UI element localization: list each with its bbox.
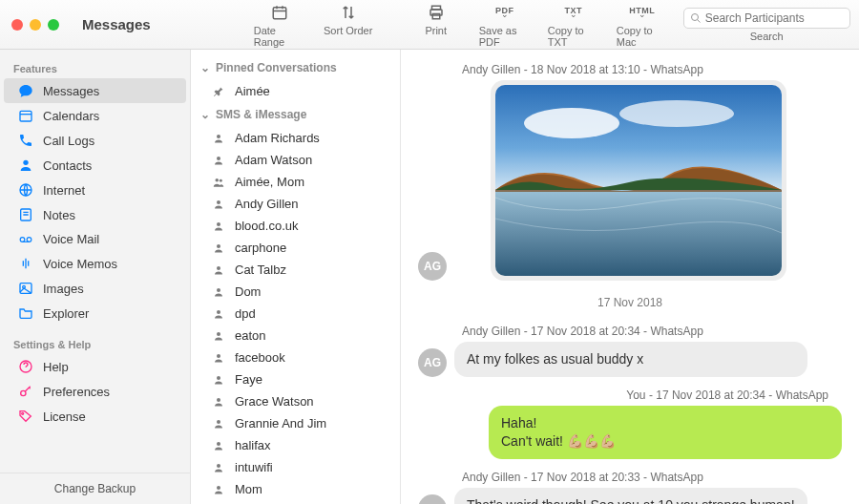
conversation-item[interactable]: Mom xyxy=(191,478,400,500)
image-attachment[interactable] xyxy=(491,80,786,281)
svg-point-29 xyxy=(217,398,220,402)
sidebar-item-calendars[interactable]: Calendars xyxy=(4,103,186,128)
conversation-item[interactable]: Andy Gillen xyxy=(191,193,400,215)
section-pinned[interactable]: ⌄ Pinned Conversations xyxy=(191,55,400,80)
sidebar-item-contacts[interactable]: Contacts xyxy=(4,153,186,178)
sidebar-item-label: Explorer xyxy=(43,306,89,321)
svg-point-28 xyxy=(217,376,220,380)
sidebar-item-help[interactable]: Help xyxy=(4,354,186,379)
svg-point-4 xyxy=(691,13,698,20)
sidebar-item-label: Preferences xyxy=(43,385,110,399)
sidebar-item-messages[interactable]: Messages xyxy=(4,78,186,103)
print-button[interactable]: Print xyxy=(410,2,462,48)
conversation-item[interactable]: dpd xyxy=(191,303,400,325)
printer-icon xyxy=(428,2,445,23)
close-window-button[interactable] xyxy=(11,19,23,31)
save-pdf-label: Save as PDF xyxy=(479,25,531,48)
minimize-window-button[interactable] xyxy=(30,19,41,31)
message-bubble[interactable]: Haha! Can't wait! 💪🏼💪🏼💪🏼 xyxy=(489,406,842,459)
sidebar-item-voice-memos[interactable]: Voice Memos xyxy=(4,251,186,276)
sidebar-item-preferences[interactable]: Preferences xyxy=(4,379,186,404)
sidebar-item-license[interactable]: License xyxy=(4,404,186,429)
image-icon xyxy=(17,281,33,296)
sidebar-item-call-logs[interactable]: Call Logs xyxy=(4,128,186,153)
date-range-button[interactable]: Date Range xyxy=(254,2,305,48)
conversation-item[interactable]: Grace Watson xyxy=(191,390,400,412)
search-input[interactable] xyxy=(705,11,849,25)
svg-rect-37 xyxy=(495,190,782,276)
chevron-down-icon: ⌄ xyxy=(200,108,210,121)
svg-point-22 xyxy=(217,244,220,248)
save-pdf-button[interactable]: PDF ⌄ Save as PDF xyxy=(479,2,531,48)
conversation-item[interactable]: Grannie And Jim xyxy=(191,412,400,434)
person-icon xyxy=(212,199,225,210)
person-icon xyxy=(212,396,225,408)
conversation-item[interactable]: Dom xyxy=(191,281,400,303)
fullscreen-window-button[interactable] xyxy=(48,19,59,31)
search-wrap: Search xyxy=(683,8,850,42)
chat-pane: Andy Gillen - 18 Nov 2018 at 13:10 - Wha… xyxy=(401,50,859,504)
avatar: AG xyxy=(418,494,447,504)
svg-point-31 xyxy=(217,442,220,446)
conversation-label: intuwifi xyxy=(235,460,273,474)
section-sms[interactable]: ⌄ SMS & iMessage xyxy=(191,102,400,127)
sort-order-button[interactable]: Sort Order xyxy=(323,2,374,48)
search-label: Search xyxy=(750,31,784,42)
sidebar-item-label: Notes xyxy=(43,208,75,222)
svg-point-20 xyxy=(217,200,220,204)
person-icon xyxy=(212,242,225,254)
conversation-item[interactable]: intuwifi xyxy=(191,456,400,478)
svg-rect-5 xyxy=(20,111,31,121)
svg-point-30 xyxy=(217,420,220,424)
conversation-label: Dom xyxy=(235,284,261,299)
conversation-label: Adam Watson xyxy=(235,153,312,167)
date-range-label: Date Range xyxy=(254,25,305,48)
conversation-item[interactable]: Cat Talbz xyxy=(191,259,400,281)
search-box[interactable] xyxy=(683,8,850,29)
conversation-item[interactable]: Faye xyxy=(191,368,400,390)
conversation-label: carphone xyxy=(235,241,286,255)
conversation-label: facebook xyxy=(235,350,285,365)
svg-point-18 xyxy=(216,178,220,181)
person-icon xyxy=(212,220,225,232)
conversation-item[interactable]: Aimée xyxy=(191,80,400,102)
sidebar-item-label: Messages xyxy=(43,84,99,98)
conversation-label: Adam Richards xyxy=(235,131,320,145)
conversation-list: ⌄ Pinned Conversations Aimée ⌄ SMS & iMe… xyxy=(191,50,401,504)
conversation-label: dpd xyxy=(235,306,256,321)
tag-icon xyxy=(17,409,33,424)
conversation-item[interactable]: facebook xyxy=(191,346,400,368)
sidebar-item-label: Help xyxy=(43,360,69,374)
conversation-label: halifax xyxy=(235,438,271,452)
conversation-item[interactable]: Adam Watson xyxy=(191,149,400,171)
message-meta: Andy Gillen - 18 Nov 2018 at 13:10 - Wha… xyxy=(462,63,842,76)
copy-mac-button[interactable]: HTML ⌄ Copy to Mac xyxy=(617,2,668,48)
sidebar-item-images[interactable]: Images xyxy=(4,276,186,301)
copy-mac-label: Copy to Mac xyxy=(617,25,668,48)
help-icon xyxy=(17,359,33,374)
message-bubble[interactable]: At my folkes as usual buddy x xyxy=(454,342,807,377)
conversation-item[interactable]: Aimée, Mom xyxy=(191,171,400,193)
toolbar-group-range: Date Range Sort Order xyxy=(254,2,374,48)
person-icon xyxy=(212,484,225,495)
message-meta: Andy Gillen - 17 Nov 2018 at 20:33 - Wha… xyxy=(462,471,842,484)
sidebar-item-internet[interactable]: Internet xyxy=(4,178,186,202)
message-bubble[interactable]: That's weird though! See you at 10 you s… xyxy=(454,488,807,504)
voicemail-icon xyxy=(17,233,33,246)
calendar-icon xyxy=(271,2,288,23)
sidebar: Features Messages Calendars Call Logs xyxy=(0,50,191,504)
conversation-item[interactable]: carphone xyxy=(191,237,400,259)
message-row: AG At my folkes as usual buddy x xyxy=(418,342,842,377)
conversation-item[interactable]: halifax xyxy=(191,434,400,456)
conversation-item[interactable]: blood.co.uk xyxy=(191,215,400,237)
sidebar-item-notes[interactable]: Notes xyxy=(4,202,186,227)
sidebar-item-label: Call Logs xyxy=(43,134,94,148)
conversation-item[interactable]: eaton xyxy=(191,325,400,346)
copy-txt-button[interactable]: TXT ⌄ Copy to TXT xyxy=(548,2,599,48)
sidebar-item-label: Calendars xyxy=(43,109,99,123)
sidebar-item-voice-mail[interactable]: Voice Mail xyxy=(4,227,186,251)
change-backup-button[interactable]: Change Backup xyxy=(0,472,190,504)
conversation-item[interactable]: Adam Richards xyxy=(191,127,400,149)
svg-point-36 xyxy=(619,100,734,127)
sidebar-item-explorer[interactable]: Explorer xyxy=(4,301,186,326)
